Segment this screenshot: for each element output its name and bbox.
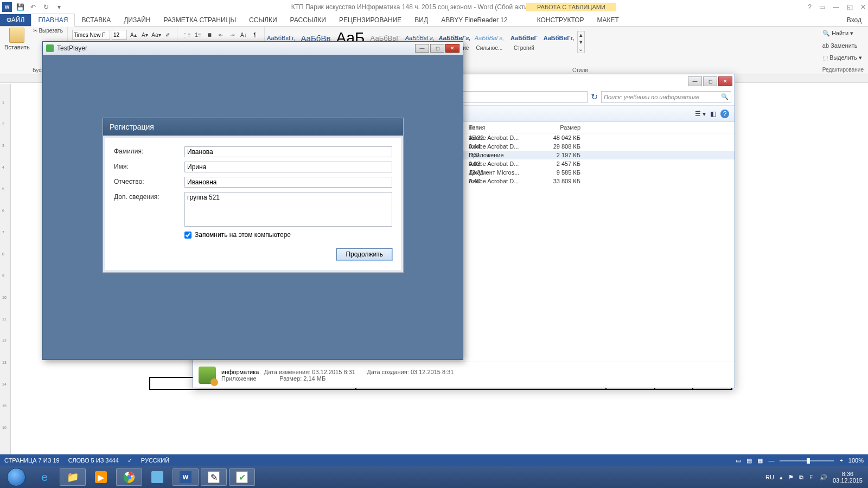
find-button[interactable]: 🔍 Найти ▾ bbox=[822, 30, 864, 37]
word-status-bar: СТРАНИЦА 7 ИЗ 19 СЛОВО 5 ИЗ 3444 ✓ РУССК… bbox=[0, 454, 868, 466]
paste-button[interactable]: Вставить bbox=[4, 28, 30, 73]
tray-network-icon[interactable]: ⧉ bbox=[799, 474, 803, 481]
start-button[interactable] bbox=[3, 468, 29, 486]
qat-dropdown-icon[interactable]: ▾ bbox=[54, 2, 64, 12]
taskbar-editor[interactable]: ✎ bbox=[201, 468, 227, 486]
paragraph-marks-icon[interactable]: ¶ bbox=[250, 30, 260, 40]
col-size[interactable]: Размер bbox=[537, 124, 580, 131]
name-label: Имя: bbox=[114, 162, 184, 170]
tray-up-icon[interactable]: ▴ bbox=[780, 474, 783, 481]
style-item[interactable]: АаБбВвГг,Сильное... bbox=[473, 31, 506, 51]
window-restore-icon[interactable]: ◱ bbox=[847, 3, 853, 11]
qat-undo-icon[interactable]: ↶ bbox=[28, 2, 38, 12]
help-icon[interactable]: ? bbox=[808, 3, 812, 11]
window-close-icon[interactable]: ✕ bbox=[860, 3, 866, 11]
taskbar-testplayer[interactable]: ✔ bbox=[229, 468, 255, 486]
view-read-icon[interactable]: ▭ bbox=[736, 457, 741, 464]
tab-view[interactable]: ВИД bbox=[408, 14, 435, 26]
tab-maket[interactable]: МАКЕТ bbox=[591, 14, 626, 26]
numbering-icon[interactable]: 1≡ bbox=[193, 30, 203, 40]
font-name-input[interactable] bbox=[72, 30, 110, 40]
zoom-slider[interactable] bbox=[780, 460, 834, 461]
explorer-close-button[interactable]: ✕ bbox=[718, 76, 732, 86]
explorer-minimize-button[interactable]: — bbox=[688, 76, 702, 86]
col-type[interactable]: Тип bbox=[469, 124, 537, 131]
sort-icon[interactable]: A↓ bbox=[239, 30, 248, 40]
taskbar-chrome[interactable] bbox=[116, 468, 142, 486]
tab-constructor[interactable]: КОНСТРУКТОР bbox=[531, 14, 591, 26]
shrink-font-icon[interactable]: A▾ bbox=[140, 30, 150, 40]
view-print-icon[interactable]: ▤ bbox=[746, 457, 752, 464]
tab-design[interactable]: ДИЗАЙН bbox=[117, 14, 157, 26]
cut-button[interactable]: ✂ Вырезать bbox=[33, 28, 63, 34]
styles-scroll-up-icon[interactable]: ▴ bbox=[578, 31, 584, 38]
status-language[interactable]: РУССКИЙ bbox=[141, 457, 169, 464]
change-case-icon[interactable]: Aa▾ bbox=[151, 30, 161, 40]
view-web-icon[interactable]: ▦ bbox=[757, 457, 763, 464]
patronymic-label: Отчество: bbox=[114, 177, 184, 185]
tab-file[interactable]: ФАЙЛ bbox=[0, 14, 31, 26]
zoom-value[interactable]: 100% bbox=[848, 457, 864, 464]
surname-input[interactable] bbox=[184, 146, 392, 157]
ribbon-options-icon[interactable]: ▭ bbox=[819, 3, 825, 11]
bullets-icon[interactable]: ⋮≡ bbox=[182, 30, 192, 40]
style-item[interactable]: АаБбВвГСтрогий bbox=[508, 31, 540, 51]
taskbar-media[interactable]: ▶ bbox=[88, 468, 114, 486]
name-input[interactable] bbox=[184, 162, 392, 172]
context-tab-table-tools: РАБОТА С ТАБЛИЦАМИ bbox=[526, 3, 616, 11]
grow-font-icon[interactable]: A▴ bbox=[129, 30, 138, 40]
view-options-icon[interactable]: ☰ ▾ bbox=[695, 110, 706, 118]
status-words[interactable]: СЛОВО 5 ИЗ 3444 bbox=[68, 457, 119, 464]
tray-flag-icon[interactable]: ⚑ bbox=[788, 474, 794, 481]
tray-volume-icon[interactable]: 🔊 bbox=[820, 474, 827, 481]
tab-abbyy[interactable]: ABBYY FineReader 12 bbox=[435, 14, 514, 26]
taskbar-explorer[interactable]: 📁 bbox=[60, 468, 86, 486]
explorer-search-input[interactable]: Поиск: учебники по информатике 🔍 bbox=[601, 91, 731, 103]
tp-minimize-button[interactable]: — bbox=[415, 44, 429, 53]
style-item[interactable]: АаБбВвГг, bbox=[542, 31, 575, 51]
sign-in-link[interactable]: Вход bbox=[840, 14, 868, 26]
status-proofing-icon[interactable]: ✓ bbox=[127, 457, 132, 464]
tab-insert[interactable]: ВСТАВКА bbox=[75, 14, 117, 26]
multilevel-icon[interactable]: ≣ bbox=[205, 30, 214, 40]
tab-mailings[interactable]: РАССЫЛКИ bbox=[284, 14, 333, 26]
explorer-maximize-button[interactable]: ◻ bbox=[703, 76, 717, 86]
taskbar-word[interactable]: W bbox=[173, 468, 199, 486]
tray-action-icon[interactable]: ⚐ bbox=[809, 474, 814, 481]
testplayer-app-icon bbox=[46, 44, 54, 52]
font-size-input[interactable] bbox=[112, 30, 127, 40]
select-button[interactable]: ⬚ Выделить ▾ bbox=[822, 54, 864, 61]
search-icon[interactable]: 🔍 bbox=[721, 93, 729, 100]
remember-checkbox[interactable] bbox=[184, 232, 192, 239]
taskbar-viewer[interactable] bbox=[144, 468, 170, 486]
window-minimize-icon[interactable]: — bbox=[833, 3, 839, 11]
qat-save-icon[interactable]: 💾 bbox=[15, 2, 25, 12]
remember-label: Запомнить на этом компьютере bbox=[195, 231, 291, 239]
tray-lang[interactable]: RU bbox=[765, 474, 774, 480]
refresh-icon[interactable]: ↻ bbox=[591, 92, 598, 102]
qat-redo-icon[interactable]: ↻ bbox=[41, 2, 51, 12]
taskbar-ie[interactable]: e bbox=[31, 468, 58, 486]
replace-button[interactable]: ab Заменить bbox=[822, 42, 864, 49]
status-page[interactable]: СТРАНИЦА 7 ИЗ 19 bbox=[4, 457, 60, 464]
tp-close-button[interactable]: ✕ bbox=[445, 44, 459, 53]
tab-review[interactable]: РЕЦЕНЗИРОВАНИЕ bbox=[333, 14, 408, 26]
testplayer-titlebar[interactable]: TestPlayer — ◻ ✕ bbox=[43, 42, 463, 55]
tab-references[interactable]: ССЫЛКИ bbox=[242, 14, 283, 26]
patronymic-input[interactable] bbox=[184, 177, 392, 188]
zoom-out-icon[interactable]: — bbox=[768, 457, 774, 464]
indent-inc-icon[interactable]: ⇥ bbox=[227, 30, 237, 40]
preview-pane-icon[interactable]: ◧ bbox=[710, 110, 716, 118]
extra-textarea[interactable] bbox=[184, 192, 392, 227]
zoom-in-icon[interactable]: + bbox=[839, 457, 843, 464]
styles-more-icon[interactable]: ⌄ bbox=[578, 46, 584, 53]
clear-format-icon[interactable]: ✐ bbox=[163, 30, 173, 40]
continue-button[interactable]: Продолжить bbox=[336, 248, 392, 260]
tab-page-layout[interactable]: РАЗМЕТКА СТРАНИЦЫ bbox=[157, 14, 243, 26]
tab-home[interactable]: ГЛАВНАЯ bbox=[31, 14, 75, 27]
indent-dec-icon[interactable]: ⇤ bbox=[216, 30, 226, 40]
tray-clock[interactable]: 8:36 03.12.2015 bbox=[833, 471, 863, 484]
tp-maximize-button[interactable]: ◻ bbox=[430, 44, 444, 53]
help-icon[interactable]: ? bbox=[720, 110, 729, 118]
styles-scroll-down-icon[interactable]: ▾ bbox=[578, 38, 584, 46]
